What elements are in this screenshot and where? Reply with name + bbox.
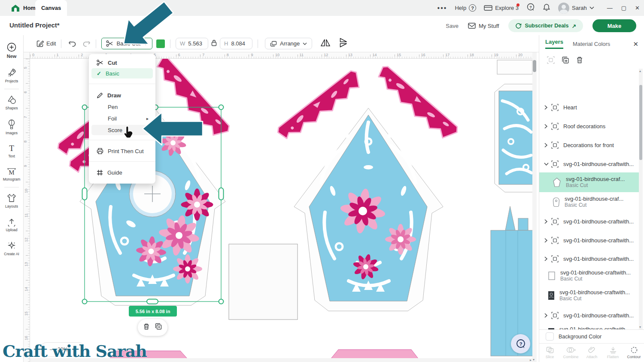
menu-item-basic[interactable]: ✓ Basic [91,68,153,78]
svg-text:?: ? [519,341,522,346]
scroll-down-arrow[interactable]: ▾ [639,325,641,329]
tab-canvas[interactable]: Canvas [35,0,67,16]
height-label: H [224,40,228,47]
chevron-down-icon[interactable] [544,162,550,166]
flip-horizontal-icon[interactable] [321,39,330,48]
scroll-right-arrow[interactable]: ▸ [530,358,532,362]
chevron-right-icon[interactable] [544,143,550,148]
subscriber-deals-button[interactable]: Subscriber Deals ↗ [508,19,583,32]
delete-layer-button[interactable] [576,56,583,66]
layer-row-group[interactable]: svg-01-birdhouse-craftwith... [539,307,639,324]
edit-button[interactable]: Edit [36,40,56,47]
chevron-right-icon[interactable] [544,124,550,129]
chevron-right-icon[interactable] [544,313,550,318]
close-panel-icon[interactable]: ✕ [633,40,638,48]
background-color-label: Background Color [559,334,601,340]
background-color-swatch[interactable] [546,332,554,341]
sidebar-item-text[interactable]: T Text [7,144,16,158]
flip-vertical-icon[interactable] [339,39,348,48]
delete-icon[interactable] [143,323,150,332]
combine-button[interactable]: Combine [560,344,581,362]
scroll-up-arrow[interactable]: ▴ [639,69,641,73]
group-icon [551,255,559,262]
sidebar-item-images[interactable]: Images [6,119,18,135]
layer-row-thumbnail[interactable]: svg-01-birdhouse-craftwith... Basic Cut [539,286,639,305]
chevron-right-icon[interactable] [544,238,550,243]
layer-row-group[interactable]: svg-01-birdhouse-craftwith... [539,232,639,249]
sidebar-item-new[interactable]: New [6,42,17,59]
monogram-icon: M [6,167,17,176]
printer-icon [97,148,103,154]
chevron-right-icon[interactable] [544,219,550,224]
layer-row-thumbnail[interactable]: svg-01-birdhouse-craftwith... Basic Cut [539,323,639,329]
avatar [558,3,569,14]
help-menu[interactable]: Help ? [455,4,476,12]
sidebar-item-projects[interactable]: Projects [5,68,18,83]
menu-item-foil[interactable]: Foil ▸ [91,113,153,124]
width-field[interactable]: W 5.563 [176,38,208,49]
my-stuff-button[interactable]: My Stuff [468,23,499,29]
operation-dropdown-menu: Cut ✓ Basic Draw Pen Foil ▸ Score Print … [89,54,155,184]
chevron-right-icon[interactable] [544,256,550,261]
notifications-bell-icon[interactable] [543,3,550,13]
close-button[interactable]: ✕ [635,5,640,11]
layer-row-heart[interactable]: Heart [539,99,639,116]
arrange-label: Arrange [280,40,300,47]
duplicate-icon[interactable] [155,323,162,332]
layers-scrollbar[interactable]: ▴ ▾ [639,69,643,329]
chevron-right-icon[interactable] [544,105,550,110]
minimize-button[interactable]: — [607,5,613,11]
group-icon [551,123,559,130]
menu-item-guide[interactable]: Guide [91,167,153,178]
left-sidebar: New Projects Shapes Images T Text M Mono… [0,35,24,362]
layer-row-birdhouse-group[interactable]: svg-01-birdhouse-craftwith... [539,155,639,172]
layer-row-square[interactable]: svg-01-birdhouse-craftwith... Basic Cut [539,266,639,286]
undo-button[interactable] [68,40,76,47]
user-menu[interactable]: Sarah [558,3,594,14]
scrollbar-thumb[interactable] [533,60,536,72]
lock-aspect-icon[interactable] [211,39,217,48]
scrollbar-thumb[interactable] [639,85,642,160]
slice-button[interactable]: Slice [539,344,560,362]
arrange-dropdown[interactable]: Arrange [265,38,312,49]
menu-item-print-then-cut[interactable]: Print Then Cut [91,146,153,156]
sidebar-item-monogram[interactable]: M Monogram [3,167,21,181]
duplicate-layer-button[interactable] [562,56,569,66]
tab-material-colors[interactable]: Material Colors [573,41,610,47]
sidebar-item-shapes[interactable]: Shapes [6,95,18,110]
make-button[interactable]: Make [592,19,636,32]
canvas-vertical-scrollbar[interactable]: ▾ [532,52,537,362]
svg-text:?: ? [529,5,532,9]
layer-row-group[interactable]: svg-01-birdhouse-craftwith... [539,213,639,230]
layer-row-roof-decorations[interactable]: Roof decorations [539,118,639,135]
layer-row-birdhouse-hole[interactable]: svg-01-birdhouse-craf... Basic Cut [539,192,639,212]
height-field[interactable]: H 8.084 [220,38,252,49]
menu-item-pen[interactable]: Pen [91,102,153,112]
redo-button[interactable] [82,40,91,47]
sidebar-item-upload[interactable]: Upload [6,217,18,232]
more-menu-icon[interactable]: ••• [437,4,447,12]
help-bubble-button[interactable]: ? [511,334,530,353]
feedback-icon[interactable]: ? [526,3,535,13]
dark-thumbnail-icon [548,291,555,300]
layer-row-decorations-front[interactable]: Decorations for front [539,136,639,154]
attach-button[interactable]: Attach [581,344,602,362]
operation-select[interactable]: Basic Cut [101,38,152,49]
layer-row-selected[interactable]: svg-01-birdhouse-craf... Basic Cut [539,172,639,192]
color-swatch[interactable] [156,39,165,48]
tab-layers[interactable]: Layers [545,39,563,49]
background-color-row[interactable]: Background Color [539,329,644,343]
craft-with-sarah-watermark: Craft with Sarah [3,341,147,361]
sidebar-item-layouts[interactable]: Layouts [5,193,18,208]
save-button[interactable]: Save [446,23,459,29]
scroll-down-arrow[interactable]: ▾ [533,358,535,362]
layer-row-group[interactable]: svg-01-birdhouse-craftwith... [539,250,639,267]
flatten-button[interactable]: Flatten [602,344,623,362]
hand-cursor-icon [122,126,135,141]
sidebar-item-create-ai[interactable]: Create AI [4,241,19,256]
explore-menu[interactable]: Explore 3 [484,5,519,11]
contour-button[interactable]: Contour [623,344,644,362]
ruler-corner [24,52,30,59]
maximize-button[interactable]: ▢ [621,5,626,11]
group-button[interactable] [547,56,555,66]
